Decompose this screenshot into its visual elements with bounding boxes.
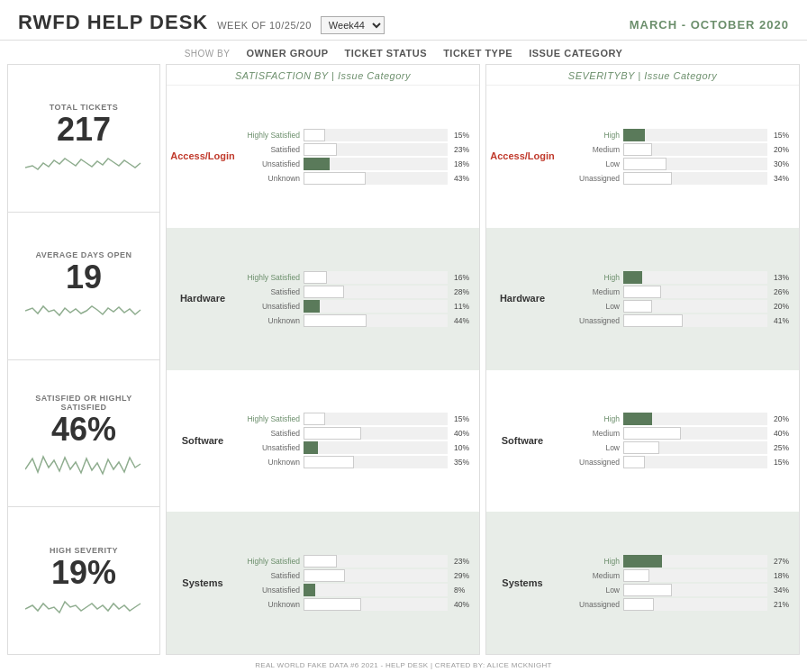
bar-pct-0-3: 43%: [454, 174, 469, 183]
sparkline-high-severity: [25, 593, 142, 620]
bar-label-2-2: Unsatisfied: [239, 443, 300, 452]
bar-container-3-2: [304, 584, 448, 596]
bar-row-2-1: Satisfied40%: [239, 427, 476, 440]
kpi-total-tickets-value: 217: [57, 114, 111, 146]
kpi-avg-days: AVERAGE DAYS OPEN 19: [8, 213, 159, 360]
bar-pct-2-1: 40%: [774, 429, 789, 438]
bars-col-2: Highly Satisfied15%Satisfied40%Unsatisfi…: [239, 409, 479, 472]
bar-container-3-3: [623, 598, 767, 611]
category-section-1: HardwareHigh13%Medium26%Low20%Unassigned…: [486, 228, 799, 370]
bar-container-3-1: [623, 569, 767, 582]
bar-row-0-2: Unsatisfied18%: [239, 158, 476, 170]
bar-pct-2-3: 35%: [454, 458, 469, 467]
bar-pct-3-2: 34%: [774, 586, 789, 595]
category-label-0: Access/Login: [167, 147, 239, 166]
severity-chart-body: Access/LoginHigh15%Medium20%Low30%Unassi…: [486, 86, 799, 654]
bar-row-3-1: Medium18%: [558, 569, 795, 582]
bar-row-0-1: Satisfied23%: [239, 143, 476, 156]
bar-label-3-0: Highly Satisfied: [239, 557, 300, 566]
bar-label-0-3: Unknown: [239, 174, 300, 183]
kpi-satisfied: SATISFIED OR HIGHLY SATISFIED 46%: [8, 360, 159, 508]
bar-container-1-0: [304, 271, 448, 284]
sparkline-satisfied: [25, 450, 142, 477]
show-by-owner-group[interactable]: OWNER GROUP: [246, 48, 328, 59]
bar-label-2-1: Satisfied: [239, 429, 300, 438]
bar-label-0-2: Unsatisfied: [239, 159, 300, 168]
bar-row-2-2: Low25%: [558, 441, 795, 454]
bar-container-3-2: [623, 584, 767, 596]
sparkline-avg-days: [25, 297, 142, 324]
header-left: RWFD HELP DESK WEEK OF 10/25/20 Week44: [18, 11, 385, 34]
bar-row-2-2: Unsatisfied10%: [239, 441, 476, 454]
bar-pct-2-2: 10%: [454, 443, 469, 452]
bars-col-3: Highly Satisfied23%Satisfied29%Unsatisfi…: [239, 551, 479, 614]
kpi-satisfied-label: SATISFIED OR HIGHLY SATISFIED: [14, 394, 154, 412]
bar-container-3-0: [623, 555, 767, 568]
bar-row-1-0: Highly Satisfied16%: [239, 271, 476, 284]
bar-pct-3-1: 18%: [774, 571, 789, 580]
app-title: RWFD HELP DESK: [18, 11, 208, 34]
main-content: TOTAL TICKETS 217 AVERAGE DAYS OPEN 19 S…: [0, 64, 807, 658]
bar-fill-2-1: [623, 427, 681, 440]
bar-fill-3-2: [304, 584, 315, 596]
category-label-2: Software: [167, 431, 239, 450]
bar-container-1-2: [304, 300, 448, 313]
bar-row-3-2: Low34%: [558, 584, 795, 596]
bar-row-1-3: Unassigned41%: [558, 314, 795, 327]
category-label-2: Software: [486, 431, 558, 450]
bar-label-3-3: Unassigned: [558, 600, 620, 609]
bar-fill-0-0: [304, 129, 325, 141]
category-label-1: Hardware: [486, 289, 558, 308]
week-label: WEEK OF 10/25/20: [217, 20, 312, 31]
satisfaction-chart-title: SATISFACTION BY | Issue Category: [167, 65, 479, 86]
bar-pct-2-2: 25%: [774, 443, 789, 452]
bar-pct-1-1: 28%: [454, 287, 469, 296]
bar-fill-2-3: [304, 456, 354, 468]
bar-pct-0-0: 15%: [454, 131, 469, 140]
bar-fill-0-2: [623, 158, 666, 170]
bar-row-1-1: Satisfied28%: [239, 286, 476, 298]
bar-fill-1-3: [623, 314, 683, 327]
bar-row-0-1: Medium20%: [558, 143, 795, 156]
bar-row-2-1: Medium40%: [558, 427, 795, 440]
bar-fill-0-1: [304, 143, 337, 156]
bar-container-0-3: [304, 172, 448, 185]
bar-fill-0-3: [623, 172, 672, 185]
bar-row-0-3: Unassigned34%: [558, 172, 795, 185]
bar-row-2-0: High20%: [558, 413, 795, 425]
bar-fill-3-0: [304, 555, 337, 568]
bar-label-0-1: Medium: [558, 145, 620, 154]
bar-label-0-0: Highly Satisfied: [239, 131, 300, 140]
bar-label-1-0: High: [558, 273, 620, 282]
bar-fill-1-1: [623, 286, 661, 298]
bar-label-2-3: Unknown: [239, 458, 300, 467]
week-select[interactable]: Week44: [321, 16, 385, 34]
bar-container-3-0: [304, 555, 448, 568]
bar-row-1-3: Unknown44%: [239, 314, 476, 327]
satisfaction-chart-body: Access/LoginHighly Satisfied15%Satisfied…: [167, 86, 479, 654]
bar-fill-0-3: [304, 172, 366, 185]
bar-container-2-0: [623, 413, 767, 425]
show-by-ticket-status[interactable]: TICKET STATUS: [344, 48, 427, 59]
category-section-3: SystemsHighly Satisfied23%Satisfied29%Un…: [167, 512, 479, 654]
bars-col-0: High15%Medium20%Low30%Unassigned34%: [558, 125, 799, 188]
bar-row-1-0: High13%: [558, 271, 795, 284]
show-by-ticket-type[interactable]: TICKET TYPE: [443, 48, 512, 59]
satisfaction-chart: SATISFACTION BY | Issue Category Access/…: [166, 64, 480, 655]
bar-label-1-2: Low: [558, 302, 620, 311]
severity-chart-title: SEVERITYBY | Issue Category: [486, 65, 799, 86]
category-section-2: SoftwareHighly Satisfied15%Satisfied40%U…: [167, 370, 479, 513]
kpi-high-severity-value: 19%: [51, 557, 116, 589]
bar-container-1-2: [623, 300, 767, 313]
bar-label-0-1: Satisfied: [239, 145, 300, 154]
bar-container-2-3: [304, 456, 448, 468]
bar-pct-2-0: 15%: [454, 414, 469, 423]
bar-pct-1-0: 16%: [454, 273, 469, 282]
bar-label-1-3: Unassigned: [558, 316, 620, 325]
show-by-issue-category[interactable]: ISSUE CATEGORY: [529, 48, 622, 59]
severity-chart: SEVERITYBY | Issue Category Access/Login…: [485, 64, 800, 655]
bar-container-2-2: [304, 441, 448, 454]
bar-row-2-3: Unassigned15%: [558, 456, 795, 468]
bar-row-3-3: Unknown40%: [239, 598, 476, 611]
show-by-label: SHOW BY: [185, 49, 231, 59]
